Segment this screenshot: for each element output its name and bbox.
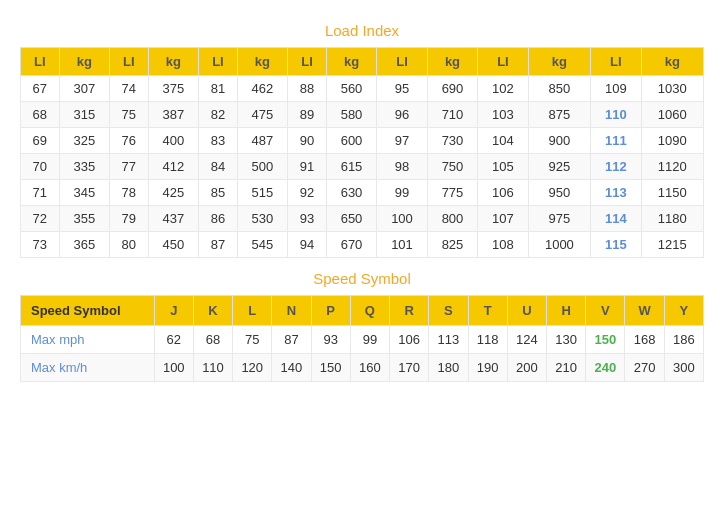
kg-cell: 950 [528,180,590,206]
load-index-col-header-12: LI [591,48,641,76]
load-index-col-header-13: kg [641,48,703,76]
kg-cell: 600 [326,128,376,154]
kg-cell: 1180 [641,206,703,232]
speed-value-cell: 150 [311,354,350,382]
speed-col-header-J: J [154,296,193,326]
kg-cell: 1060 [641,102,703,128]
speed-value-cell: 180 [429,354,468,382]
li-cell: 87 [199,232,238,258]
speed-col-header-Y: Y [664,296,703,326]
kg-cell: 400 [148,128,198,154]
load-index-title: Load Index [20,22,704,39]
kg-cell: 1000 [528,232,590,258]
speed-value-cell: 210 [546,354,585,382]
speed-value-cell: 113 [429,326,468,354]
speed-value-cell: 160 [350,354,389,382]
kg-cell: 800 [427,206,477,232]
table-row: 67307743758146288560956901028501091030 [21,76,704,102]
speed-col-header-H: H [546,296,585,326]
speed-col-header-P: P [311,296,350,326]
kg-cell: 315 [59,102,109,128]
load-index-col-header-3: kg [148,48,198,76]
kg-cell: 775 [427,180,477,206]
table-row: 71345784258551592630997751069501131150 [21,180,704,206]
speed-value-cell: 118 [468,326,507,354]
kg-cell: 425 [148,180,198,206]
li-cell: 76 [110,128,149,154]
table-row: 70335774128450091615987501059251121120 [21,154,704,180]
kg-cell: 975 [528,206,590,232]
li-cell: 91 [288,154,327,180]
speed-value-cell: 68 [193,326,232,354]
li-cell: 72 [21,206,60,232]
li-cell: 115 [591,232,641,258]
speed-col-header-R: R [390,296,429,326]
kg-cell: 462 [237,76,287,102]
speed-symbol-section: Speed Symbol Speed SymbolJKLNPQRSTUHVWY … [20,270,704,382]
table-row: 69325764008348790600977301049001111090 [21,128,704,154]
speed-value-cell: 270 [625,354,664,382]
speed-thead: Speed SymbolJKLNPQRSTUHVWY [21,296,704,326]
load-index-col-header-8: LI [377,48,427,76]
kg-cell: 730 [427,128,477,154]
kg-cell: 437 [148,206,198,232]
table-row: Max mph626875879399106113118124130150168… [21,326,704,354]
kg-cell: 875 [528,102,590,128]
kg-cell: 1120 [641,154,703,180]
li-cell: 97 [377,128,427,154]
kg-cell: 375 [148,76,198,102]
speed-value-cell: 186 [664,326,703,354]
kg-cell: 335 [59,154,109,180]
li-cell: 105 [478,154,528,180]
load-index-col-header-1: kg [59,48,109,76]
kg-cell: 487 [237,128,287,154]
kg-cell: 325 [59,128,109,154]
li-cell: 96 [377,102,427,128]
speed-value-cell: 130 [546,326,585,354]
kg-cell: 530 [237,206,287,232]
li-cell: 70 [21,154,60,180]
kg-cell: 750 [427,154,477,180]
kg-cell: 710 [427,102,477,128]
li-cell: 107 [478,206,528,232]
speed-value-cell: 300 [664,354,703,382]
li-cell: 74 [110,76,149,102]
li-cell: 100 [377,206,427,232]
kg-cell: 450 [148,232,198,258]
kg-cell: 345 [59,180,109,206]
kg-cell: 500 [237,154,287,180]
kg-cell: 515 [237,180,287,206]
speed-col-header-L: L [233,296,272,326]
load-index-col-header-2: LI [110,48,149,76]
kg-cell: 1150 [641,180,703,206]
li-cell: 67 [21,76,60,102]
speed-value-cell: 124 [507,326,546,354]
kg-cell: 1030 [641,76,703,102]
kg-cell: 355 [59,206,109,232]
li-cell: 111 [591,128,641,154]
kg-cell: 925 [528,154,590,180]
speed-col-header-Q: Q [350,296,389,326]
speed-col-header-K: K [193,296,232,326]
speed-value-cell: 170 [390,354,429,382]
speed-value-cell: 168 [625,326,664,354]
li-cell: 86 [199,206,238,232]
speed-value-cell: 140 [272,354,311,382]
speed-value-cell: 87 [272,326,311,354]
li-cell: 102 [478,76,528,102]
kg-cell: 545 [237,232,287,258]
li-cell: 83 [199,128,238,154]
kg-cell: 580 [326,102,376,128]
li-cell: 108 [478,232,528,258]
li-cell: 95 [377,76,427,102]
speed-col-header-U: U [507,296,546,326]
load-index-col-header-0: LI [21,48,60,76]
kg-cell: 650 [326,206,376,232]
load-index-section: Load Index LIkgLIkgLIkgLIkgLIkgLIkgLIkg … [20,22,704,258]
li-cell: 78 [110,180,149,206]
load-index-col-header-7: kg [326,48,376,76]
speed-col-header-N: N [272,296,311,326]
speed-value-cell: 100 [154,354,193,382]
speed-symbol-label-header: Speed Symbol [21,296,155,326]
kg-cell: 560 [326,76,376,102]
